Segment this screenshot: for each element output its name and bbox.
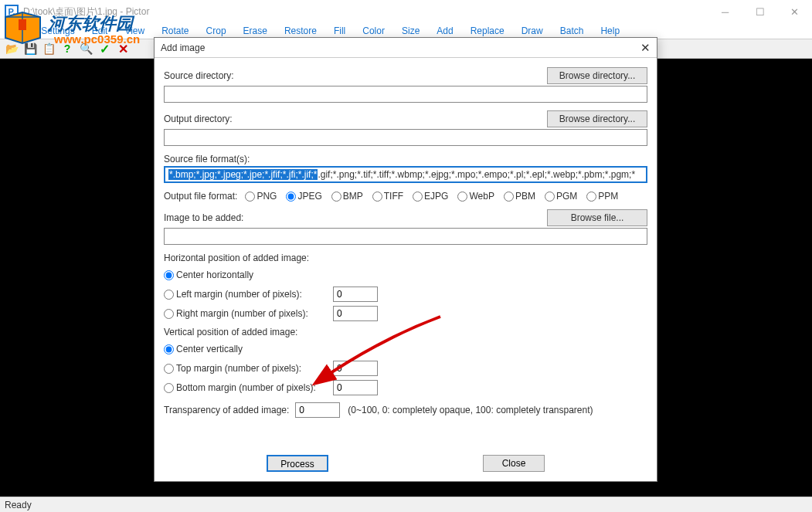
vpos-top-input[interactable] (333, 361, 378, 376)
vpos-top-radio[interactable] (164, 364, 174, 374)
cancel-icon[interactable]: ✕ (114, 40, 131, 57)
vpos-top-label[interactable]: Top margin (number of pixels): (176, 363, 327, 374)
format-ejpg-radio[interactable] (413, 192, 423, 202)
formats-label: Source file format(s): (164, 154, 250, 164)
format-webp-radio[interactable] (457, 192, 467, 202)
vpos-bottom-input[interactable] (333, 380, 378, 395)
accept-icon[interactable]: ✓ (96, 40, 113, 57)
hpos-left-input[interactable] (333, 287, 378, 302)
titlebar: P. D:\took\桌面\图片\1.jpg - Pictor ─ ☐ ✕ (0, 0, 812, 23)
dialog-close-icon[interactable]: ✕ (640, 41, 651, 55)
menu-replace[interactable]: Replace (464, 24, 511, 38)
process-button[interactable]: Process (267, 455, 328, 472)
vpos-center-label[interactable]: Center vertically (176, 344, 327, 354)
hpos-title: Horizontal position of added image: (164, 253, 647, 263)
menu-edit[interactable]: Edit (86, 24, 114, 38)
hpos-center-label[interactable]: Center horizontally (176, 270, 327, 280)
source-dir-input[interactable] (164, 86, 647, 103)
vpos-center-radio[interactable] (164, 344, 174, 354)
statusbar: Ready (0, 497, 812, 512)
format-tiff-radio[interactable] (372, 192, 382, 202)
vpos-title: Vertical position of added image: (164, 327, 647, 337)
format-jpeg-radio[interactable] (286, 192, 296, 202)
menu-size[interactable]: Size (396, 24, 426, 38)
browse-file-button[interactable]: Browse file... (547, 209, 647, 226)
format-pbm-radio[interactable] (504, 192, 514, 202)
minimize-button[interactable]: ─ (708, 0, 742, 23)
dialog-titlebar: Add image ✕ (155, 38, 657, 58)
menu-batch[interactable]: Batch (554, 24, 590, 38)
menubar: File Settings Edit View Rotate Crop Eras… (0, 23, 812, 39)
format-png-radio[interactable] (245, 192, 255, 202)
hpos-center-radio[interactable] (164, 270, 174, 280)
close-button[interactable]: ✕ (777, 0, 812, 23)
add-image-dialog: Add image ✕ Source directory: Browse dir… (154, 37, 657, 482)
output-dir-input[interactable] (164, 129, 647, 146)
hpos-left-radio[interactable] (164, 290, 174, 300)
hpos-left-label[interactable]: Left margin (number of pixels): (176, 289, 327, 300)
transparency-hint: (0~100, 0: completely opaque, 100: compl… (348, 405, 593, 415)
menu-add[interactable]: Add (430, 24, 459, 38)
menu-help[interactable]: Help (594, 24, 626, 38)
save-icon[interactable]: 💾 (22, 40, 39, 57)
format-bmp-radio[interactable] (331, 192, 341, 202)
window-title: D:\took\桌面\图片\1.jpg - Pictor (23, 5, 149, 19)
status-text: Ready (5, 500, 32, 510)
transparency-label: Transparency of added image: (164, 405, 289, 415)
app-icon: P. (5, 5, 19, 19)
menu-file[interactable]: File (3, 24, 30, 38)
menu-color[interactable]: Color (356, 24, 391, 38)
format-pgm-radio[interactable] (545, 192, 555, 202)
formats-selected: *.bmp;*.jpg;*.jpeg;*.jpe;*.jfif;*.jfi;*.… (168, 169, 318, 180)
image-add-label: Image to be added: (164, 212, 243, 223)
source-dir-label: Source directory: (164, 70, 234, 81)
transparency-input[interactable] (295, 402, 340, 418)
browse-output-dir-button[interactable]: Browse directory... (547, 110, 647, 127)
zoom-icon[interactable]: 🔍 (77, 40, 94, 57)
open-icon[interactable]: 📂 (3, 40, 20, 57)
menu-rotate[interactable]: Rotate (155, 24, 195, 38)
menu-view[interactable]: View (118, 24, 151, 38)
output-format-label: Output file format: (164, 191, 237, 202)
maximize-button[interactable]: ☐ (742, 0, 777, 23)
hpos-right-input[interactable] (333, 306, 378, 321)
vpos-bottom-radio[interactable] (164, 383, 174, 393)
browse-source-dir-button[interactable]: Browse directory... (547, 67, 647, 84)
vpos-bottom-label[interactable]: Bottom margin (number of pixels): (176, 382, 327, 393)
hpos-right-label[interactable]: Right margin (number of pixels): (176, 308, 327, 319)
close-button-dialog[interactable]: Close (483, 455, 545, 472)
formats-rest: .gif;*.png;*.tif;*.tiff;*.wbmp;*.ejpg;*.… (318, 169, 635, 180)
menu-restore[interactable]: Restore (278, 24, 323, 38)
image-add-input[interactable] (164, 228, 647, 245)
menu-settings[interactable]: Settings (35, 24, 80, 38)
menu-fill[interactable]: Fill (328, 24, 352, 38)
output-dir-label: Output directory: (164, 114, 233, 124)
menu-crop[interactable]: Crop (200, 24, 233, 38)
copy-icon[interactable]: 📋 (40, 40, 57, 57)
menu-draw[interactable]: Draw (515, 24, 549, 38)
help-icon[interactable]: ? (59, 40, 76, 57)
format-ppm-radio[interactable] (586, 192, 596, 202)
hpos-right-radio[interactable] (164, 309, 174, 319)
dialog-title-text: Add image (161, 42, 205, 53)
menu-erase[interactable]: Erase (237, 24, 273, 38)
formats-input[interactable]: *.bmp;*.jpg;*.jpeg;*.jpe;*.jfif;*.jfi;*.… (164, 166, 647, 183)
